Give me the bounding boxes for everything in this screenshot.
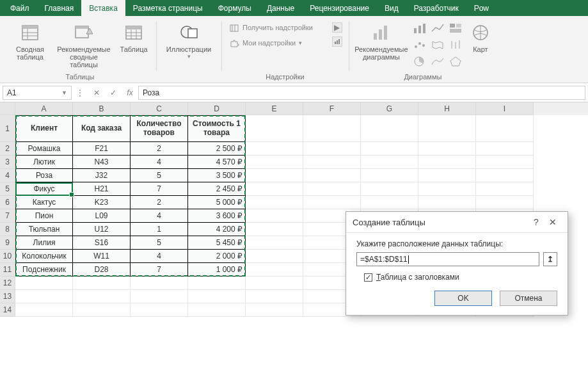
table-cell[interactable]: Тюльпан: [15, 223, 73, 236]
cell[interactable]: [15, 303, 73, 317]
cell[interactable]: [476, 169, 534, 182]
table-cell[interactable]: 2: [131, 196, 188, 209]
help-button[interactable]: ?: [528, 217, 544, 227]
cell[interactable]: [246, 290, 303, 303]
row-header-3[interactable]: 3: [0, 156, 15, 169]
cell[interactable]: [361, 156, 418, 169]
table-cell[interactable]: 3 500 ₽: [188, 169, 246, 182]
ribbon-tab-0[interactable]: Файл: [3, 0, 37, 16]
table-cell[interactable]: 5: [131, 169, 188, 182]
pivot-table-button[interactable]: Сводная таблица: [8, 20, 52, 61]
bing-maps-button[interactable]: ▶: [332, 22, 342, 33]
cell[interactable]: [246, 209, 303, 223]
ribbon-tab-9[interactable]: Pow: [466, 0, 497, 16]
cell[interactable]: [73, 303, 131, 317]
cell[interactable]: [418, 169, 476, 182]
illustrations-button[interactable]: Иллюстрации ▾: [160, 20, 218, 60]
table-cell[interactable]: 2 500 ₽: [188, 142, 246, 156]
table-cell[interactable]: D28: [73, 263, 131, 277]
ribbon-tab-3[interactable]: Разметка страницы: [125, 0, 211, 16]
range-selector-button[interactable]: ↥: [543, 252, 557, 266]
cell[interactable]: [476, 156, 534, 169]
cell[interactable]: [246, 196, 303, 209]
table-cell[interactable]: 5 000 ₽: [188, 196, 246, 209]
cell[interactable]: [303, 169, 361, 182]
people-graph-button[interactable]: [332, 36, 342, 47]
table-button[interactable]: Таблица: [115, 20, 152, 53]
cell[interactable]: [73, 290, 131, 303]
line-chart-icon[interactable]: [431, 22, 447, 38]
cell[interactable]: [246, 156, 303, 169]
table-cell[interactable]: 2: [131, 142, 188, 156]
cell[interactable]: [246, 303, 303, 317]
table-cell[interactable]: Колокольчик: [15, 250, 73, 263]
table-cell[interactable]: N43: [73, 156, 131, 169]
col-header-E[interactable]: E: [246, 102, 303, 115]
close-button[interactable]: ✕: [544, 217, 561, 227]
table-cell[interactable]: 7: [131, 182, 188, 196]
table-cell[interactable]: 2 000 ₽: [188, 250, 246, 263]
cell[interactable]: [418, 115, 476, 142]
table-cell[interactable]: Кактус: [15, 196, 73, 209]
cell[interactable]: [131, 290, 188, 303]
headers-checkbox-row[interactable]: ✓ Таблица с заголовками: [364, 273, 557, 282]
table-cell[interactable]: U12: [73, 223, 131, 236]
row-header-14[interactable]: 14: [0, 303, 15, 317]
table-cell[interactable]: 1 000 ₽: [188, 263, 246, 277]
cell[interactable]: [131, 303, 188, 317]
cancel-edit-button[interactable]: ✕: [88, 86, 105, 100]
cell[interactable]: [361, 169, 418, 182]
cell[interactable]: [303, 196, 361, 209]
table-cell[interactable]: L09: [73, 209, 131, 223]
table-cell[interactable]: Лилия: [15, 236, 73, 250]
row-header-5[interactable]: 5: [0, 182, 15, 196]
select-all-corner[interactable]: [0, 102, 15, 115]
row-header-8[interactable]: 8: [0, 223, 15, 236]
cell[interactable]: [131, 277, 188, 290]
ok-button[interactable]: OK: [434, 291, 492, 306]
cell[interactable]: [303, 156, 361, 169]
my-addins-button[interactable]: Мои надстройки ▾: [229, 38, 313, 48]
accept-edit-button[interactable]: ✓: [105, 86, 122, 100]
row-header-2[interactable]: 2: [0, 142, 15, 156]
ribbon-tab-8[interactable]: Разработчик: [406, 0, 466, 16]
table-cell[interactable]: Роза: [15, 169, 73, 182]
cell[interactable]: [246, 115, 303, 142]
surface-chart-icon[interactable]: [431, 56, 447, 71]
table-cell[interactable]: K23: [73, 196, 131, 209]
cell[interactable]: [15, 277, 73, 290]
ribbon-tab-7[interactable]: Вид: [377, 0, 406, 16]
dialog-titlebar[interactable]: Создание таблицы ? ✕: [346, 212, 568, 233]
col-header-G[interactable]: G: [361, 102, 418, 115]
row-header-7[interactable]: 7: [0, 209, 15, 223]
table-cell[interactable]: 4 570 ₽: [188, 156, 246, 169]
cell[interactable]: [418, 156, 476, 169]
cell[interactable]: [303, 142, 361, 156]
cell[interactable]: [476, 196, 534, 209]
table-cell[interactable]: H21: [73, 182, 131, 196]
row-header-12[interactable]: 12: [0, 277, 15, 290]
table-cell[interactable]: Фикус: [15, 182, 73, 196]
col-header-H[interactable]: H: [418, 102, 476, 115]
row-header-6[interactable]: 6: [0, 196, 15, 209]
insert-function-button[interactable]: fx: [122, 86, 138, 100]
table-cell[interactable]: Лютик: [15, 156, 73, 169]
col-header-B[interactable]: B: [73, 102, 131, 115]
recommended-pivot-button[interactable]: Рекомендуемые сводные таблицы: [55, 20, 113, 68]
cell[interactable]: [476, 182, 534, 196]
table-cell[interactable]: W11: [73, 250, 131, 263]
row-header-1[interactable]: 1: [0, 115, 15, 142]
cell[interactable]: [246, 169, 303, 182]
cell[interactable]: [188, 303, 246, 317]
ribbon-tab-5[interactable]: Данные: [259, 0, 302, 16]
cell[interactable]: [361, 196, 418, 209]
cell[interactable]: [303, 115, 361, 142]
table-cell[interactable]: 5: [131, 236, 188, 250]
maps-button[interactable]: Карт: [468, 20, 493, 53]
cell[interactable]: [418, 142, 476, 156]
recommended-charts-button[interactable]: Рекомендуемые диаграммы: [353, 20, 410, 61]
name-box[interactable]: A1 ▼: [3, 86, 72, 100]
cell[interactable]: [73, 277, 131, 290]
cell[interactable]: [476, 142, 534, 156]
cell[interactable]: [15, 290, 73, 303]
